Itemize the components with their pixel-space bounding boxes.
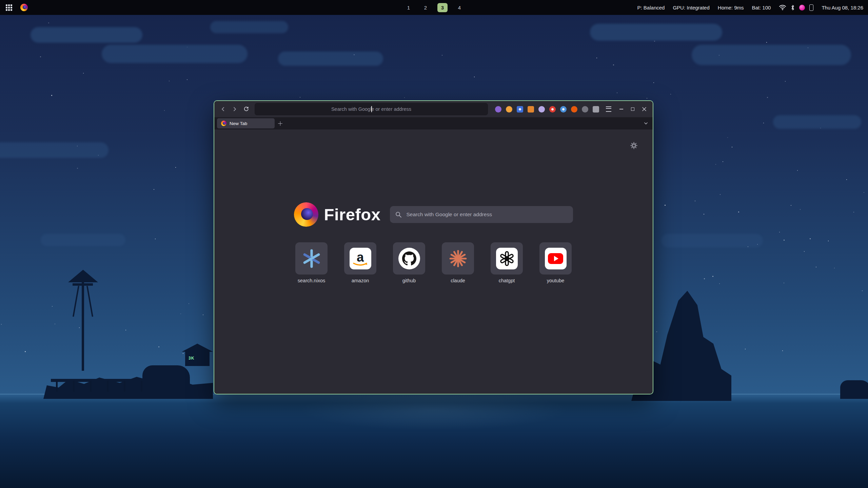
minimize-button[interactable] (616, 104, 626, 114)
navigation-toolbar (214, 101, 653, 117)
water-glow (298, 390, 570, 430)
extension-icon-orange-square[interactable] (528, 106, 534, 113)
extension-icon-lavender[interactable] (538, 106, 545, 113)
app-launcher-button[interactable] (5, 3, 13, 12)
menu-button[interactable] (603, 104, 614, 115)
extension-icon-orange[interactable] (571, 106, 577, 113)
star (846, 179, 847, 180)
shortcut-github[interactable]: github (393, 242, 425, 283)
list-all-tabs-button[interactable] (641, 119, 651, 128)
workspace-1[interactable]: 1 (403, 3, 414, 12)
shortcut-chatgpt[interactable]: chatgpt (491, 242, 523, 283)
claude-starburst-icon (448, 249, 468, 268)
star (853, 212, 854, 212)
youtube-play-badge (548, 253, 563, 264)
pier-post (56, 381, 58, 392)
chevron-down-icon (644, 121, 648, 126)
pier-post (107, 381, 108, 392)
device-icon[interactable] (809, 4, 813, 11)
maximize-icon (631, 107, 634, 111)
star (154, 189, 154, 190)
shortcut-search-nixos[interactable]: search.nixos (295, 242, 328, 283)
close-button[interactable] (639, 104, 649, 114)
wifi-icon[interactable] (779, 4, 786, 11)
extension-icon-skyblue[interactable] (560, 106, 567, 113)
tab-bar: New Tab (214, 117, 653, 129)
workspace-2[interactable]: 2 (420, 3, 431, 12)
shortcut-tile (539, 242, 572, 274)
workspace-4[interactable]: 4 (454, 3, 465, 12)
extension-icon-blue-square[interactable] (517, 106, 523, 113)
star (77, 168, 78, 169)
star (745, 349, 746, 349)
shortcut-tile (295, 242, 328, 274)
star (183, 353, 183, 354)
shortcut-claude[interactable]: claude (442, 242, 474, 283)
star (653, 82, 654, 83)
star (656, 331, 657, 332)
star (665, 205, 666, 206)
newtab-search-input[interactable] (406, 211, 568, 218)
extension-icon-purple[interactable] (495, 106, 501, 113)
star (164, 110, 165, 111)
star (25, 351, 26, 352)
extension-icon-gray[interactable] (582, 106, 588, 113)
firefox-wordmark: Firefox (324, 205, 381, 224)
star (83, 73, 84, 74)
text-caret (371, 106, 372, 112)
address-bar[interactable] (255, 103, 488, 115)
youtube-icon (545, 248, 567, 269)
star (784, 240, 785, 241)
cloud (41, 234, 125, 246)
star (189, 303, 189, 304)
firefox-launcher-button[interactable] (19, 3, 29, 12)
star (834, 268, 835, 268)
cloud (31, 27, 142, 43)
cloud (590, 24, 722, 41)
star (187, 79, 188, 80)
reload-button[interactable] (241, 104, 252, 115)
star (654, 41, 655, 42)
personalize-gear-icon[interactable] (630, 142, 638, 150)
shortcut-amazon[interactable]: a amazon (344, 242, 376, 283)
shortcut-tile (442, 242, 474, 274)
tab-new-tab[interactable]: New Tab (217, 118, 275, 128)
shortcut-tile: a (344, 242, 376, 274)
cloud (210, 21, 288, 33)
star (155, 239, 156, 239)
extension-icon-red[interactable] (549, 106, 556, 113)
star (779, 232, 780, 232)
ping-status: Home: 9ms (718, 5, 744, 11)
star (791, 205, 791, 206)
shortcut-youtube[interactable]: youtube (539, 242, 572, 283)
pink-app-icon[interactable] (799, 5, 805, 11)
pier-post (124, 381, 125, 392)
extensions-puzzle-icon[interactable] (593, 106, 599, 113)
star (723, 161, 723, 162)
battery-status: Bat: 100 (752, 5, 771, 11)
cloud (278, 52, 383, 66)
pier (51, 379, 153, 382)
forward-button[interactable] (229, 104, 240, 115)
newtab-hero: Firefox (294, 202, 573, 227)
star (738, 211, 739, 212)
workspace-3-active[interactable]: 3 (437, 3, 448, 12)
extension-icon-amber[interactable] (506, 106, 512, 113)
cloud (102, 45, 248, 63)
plus-icon (278, 121, 282, 126)
new-tab-button[interactable] (275, 119, 285, 128)
newtab-search-bar[interactable] (390, 206, 573, 223)
star (715, 164, 716, 165)
watchtower-pole (82, 281, 84, 371)
back-button[interactable] (218, 104, 229, 115)
star (816, 267, 816, 267)
maximize-button[interactable] (628, 104, 638, 114)
desktop: 3K 1 2 3 4 P: Balanced GPU: Integrated H… (0, 0, 868, 488)
bluetooth-icon[interactable] (791, 4, 795, 11)
chatgpt-icon (496, 248, 518, 269)
extension-toolbar (492, 106, 603, 113)
shortcut-label: amazon (352, 278, 369, 283)
power-profile-status: P: Balanced (637, 5, 665, 11)
shortcut-label: claude (451, 278, 465, 283)
firefox-icon (20, 4, 28, 11)
